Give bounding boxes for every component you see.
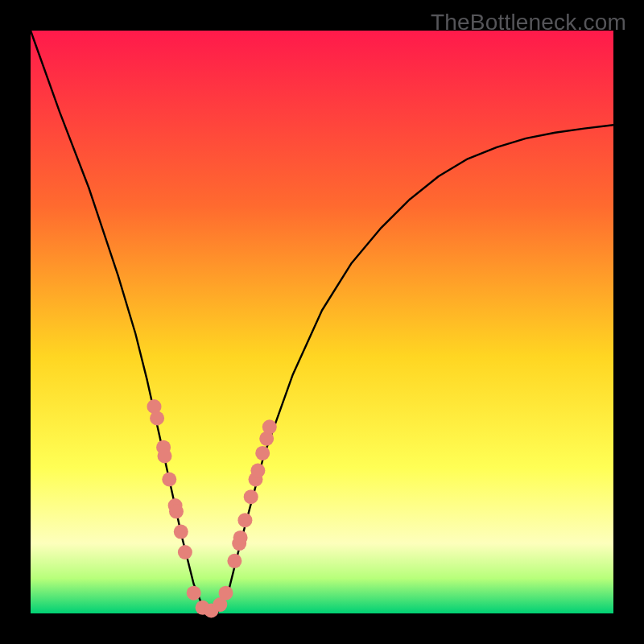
data-point (255, 446, 270, 460)
dots-valley (187, 586, 233, 618)
data-point (187, 586, 201, 601)
data-point (227, 554, 242, 568)
watermark-label: TheBottleneck.com (431, 10, 626, 35)
data-point (244, 489, 258, 504)
data-point (219, 586, 233, 601)
data-point (162, 473, 176, 487)
data-point (233, 530, 248, 545)
data-point (158, 449, 172, 464)
data-point (150, 411, 164, 426)
chart-frame: TheBottleneck.com (0, 0, 644, 644)
dots-right-branch (227, 419, 276, 568)
data-point (237, 513, 252, 527)
data-point (174, 525, 188, 539)
dots-left-branch (147, 399, 192, 559)
bottleneck-curve-path (31, 31, 613, 613)
data-point (169, 504, 184, 518)
data-point (178, 545, 192, 559)
data-point (262, 419, 277, 434)
bottleneck-chart (0, 0, 644, 644)
data-point (250, 464, 265, 478)
